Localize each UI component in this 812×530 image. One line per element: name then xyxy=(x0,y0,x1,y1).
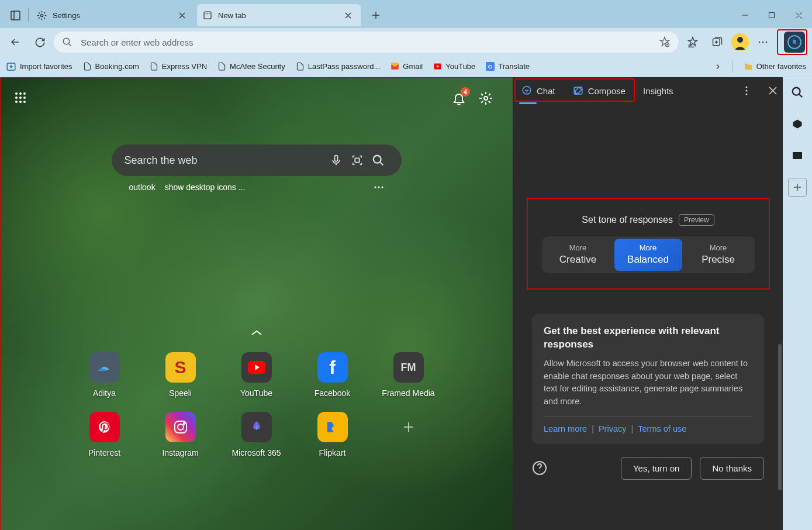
bookmark-item[interactable]: LastPass password... xyxy=(296,62,381,71)
rail-search-button[interactable] xyxy=(788,83,807,102)
svg-point-31 xyxy=(19,101,22,103)
quick-link-tile[interactable]: Flipkart xyxy=(295,412,371,457)
suggestion[interactable]: show desktop icons ... xyxy=(165,183,246,192)
bookmark-item[interactable]: GTranslate xyxy=(486,62,530,71)
svg-point-39 xyxy=(381,187,383,188)
consent-no-button[interactable]: No thanks xyxy=(700,457,764,480)
bookmark-item[interactable]: Gmail xyxy=(391,62,423,71)
back-button[interactable] xyxy=(5,32,26,53)
quick-link-tile[interactable]: Pinterest xyxy=(67,412,143,457)
svg-point-29 xyxy=(23,97,26,99)
bookmark-item[interactable]: Express VPN xyxy=(150,62,207,71)
tab-settings[interactable]: Settings xyxy=(31,4,195,26)
help-icon[interactable] xyxy=(532,460,547,476)
svg-point-15 xyxy=(737,37,743,43)
svg-point-27 xyxy=(15,97,18,99)
quick-link-tile[interactable]: Microsoft 365 xyxy=(219,412,295,457)
quick-link-tile[interactable]: FMFramed Media xyxy=(371,352,447,398)
sidebar-tab-compose[interactable]: Compose xyxy=(571,82,628,99)
svg-point-2 xyxy=(40,14,43,16)
rail-tools-button[interactable] xyxy=(788,115,807,133)
sidebar-more-button[interactable] xyxy=(745,86,748,95)
svg-point-4 xyxy=(206,13,206,14)
svg-point-47 xyxy=(746,90,748,92)
image-search-icon[interactable] xyxy=(347,154,368,167)
expand-button[interactable] xyxy=(250,329,263,337)
scrollbar[interactable] xyxy=(778,344,782,490)
window-controls xyxy=(731,4,812,27)
privacy-link[interactable]: Privacy xyxy=(599,424,627,433)
collections-button[interactable] xyxy=(707,32,728,53)
sidebar-tab-chat[interactable]: Chat xyxy=(519,82,558,99)
rail-app-button[interactable] xyxy=(788,146,807,165)
notifications-button[interactable]: 4 xyxy=(450,89,468,108)
titlebar: Settings New tab xyxy=(0,0,812,28)
quick-link-tile[interactable]: Aditya xyxy=(67,352,143,398)
tone-selector: Set tone of responses Preview MoreCreati… xyxy=(531,202,765,285)
bookmark-item[interactable]: McAfee Security xyxy=(217,62,285,71)
tone-option-creative[interactable]: MoreCreative xyxy=(544,239,612,271)
more-icon[interactable] xyxy=(374,185,384,189)
close-icon[interactable] xyxy=(341,8,355,22)
page-settings-button[interactable] xyxy=(476,89,495,108)
apps-grid-button[interactable] xyxy=(11,88,30,108)
close-icon[interactable] xyxy=(175,8,189,22)
sidebar-tabs: Chat Compose Insights xyxy=(513,77,783,104)
svg-rect-34 xyxy=(334,156,337,161)
search-icon[interactable] xyxy=(368,154,389,167)
favorite-icon[interactable] xyxy=(659,36,671,48)
learn-more-link[interactable]: Learn more xyxy=(544,424,587,433)
preview-badge: Preview xyxy=(679,214,714,226)
quick-links-grid: Aditya SSpeeli YouTube fFacebook FMFrame… xyxy=(67,352,447,457)
consent-title: Get the best experience with relevant re… xyxy=(544,325,752,352)
svg-point-48 xyxy=(746,94,748,95)
ntp-search-box[interactable]: Search the web xyxy=(112,144,402,176)
suggestion[interactable]: outlook xyxy=(129,183,156,192)
new-tab-button[interactable] xyxy=(367,6,385,25)
notification-badge: 4 xyxy=(461,87,470,97)
close-window-button[interactable] xyxy=(785,4,812,27)
quick-link-tile[interactable]: SSpeeli xyxy=(143,352,219,398)
svg-rect-0 xyxy=(11,11,20,20)
bing-sidebar-panel: Chat Compose Insights Set tone of respon… xyxy=(513,77,783,530)
menu-button[interactable] xyxy=(752,32,773,53)
svg-point-43 xyxy=(183,423,185,425)
consent-card: Get the best experience with relevant re… xyxy=(532,314,764,444)
bookmarks-overflow[interactable] xyxy=(714,63,722,71)
svg-point-24 xyxy=(15,92,18,95)
bookmarks-bar: Import favorites Booking.com Express VPN… xyxy=(0,56,812,77)
rail-add-button[interactable] xyxy=(788,178,807,197)
svg-point-16 xyxy=(759,42,761,43)
svg-point-37 xyxy=(374,187,376,188)
minimize-button[interactable] xyxy=(731,4,758,27)
search-icon xyxy=(62,37,72,47)
quick-link-tile[interactable]: fFacebook xyxy=(295,352,371,398)
quick-link-tile[interactable]: Instagram xyxy=(143,412,219,457)
svg-point-30 xyxy=(15,101,18,103)
new-tab-page: 4 Search the web outlook show desktop ic… xyxy=(0,77,513,530)
terms-link[interactable]: Terms of use xyxy=(638,424,686,433)
import-favorites-button[interactable]: Import favorites xyxy=(6,61,72,72)
bookmark-item[interactable]: Booking.com xyxy=(83,62,139,71)
sidebar-tab-insights[interactable]: Insights xyxy=(641,82,676,99)
profile-avatar[interactable] xyxy=(731,33,749,51)
tab-new-tab[interactable]: New tab xyxy=(197,4,361,26)
other-favorites[interactable]: Other favorites xyxy=(744,62,806,71)
quick-link-tile[interactable]: YouTube xyxy=(219,352,295,398)
voice-search-icon[interactable] xyxy=(326,153,347,167)
tone-option-balanced[interactable]: MoreBalanced xyxy=(614,239,682,271)
favorites-button[interactable] xyxy=(682,32,703,53)
svg-rect-3 xyxy=(204,12,211,19)
add-tile-button[interactable] xyxy=(371,412,447,457)
bookmark-item[interactable]: YouTube xyxy=(433,62,475,71)
svg-point-17 xyxy=(762,42,764,43)
consent-yes-button[interactable]: Yes, turn on xyxy=(621,457,692,480)
address-bar[interactable]: Search or enter web address xyxy=(54,32,679,53)
sidebar-close-button[interactable] xyxy=(769,87,777,95)
tone-option-precise[interactable]: MorePrecise xyxy=(685,239,752,271)
bing-chat-button[interactable] xyxy=(784,32,805,53)
refresh-button[interactable] xyxy=(29,32,50,53)
maximize-button[interactable] xyxy=(758,4,785,27)
svg-rect-8 xyxy=(769,13,775,18)
tab-actions-button[interactable] xyxy=(5,5,26,26)
